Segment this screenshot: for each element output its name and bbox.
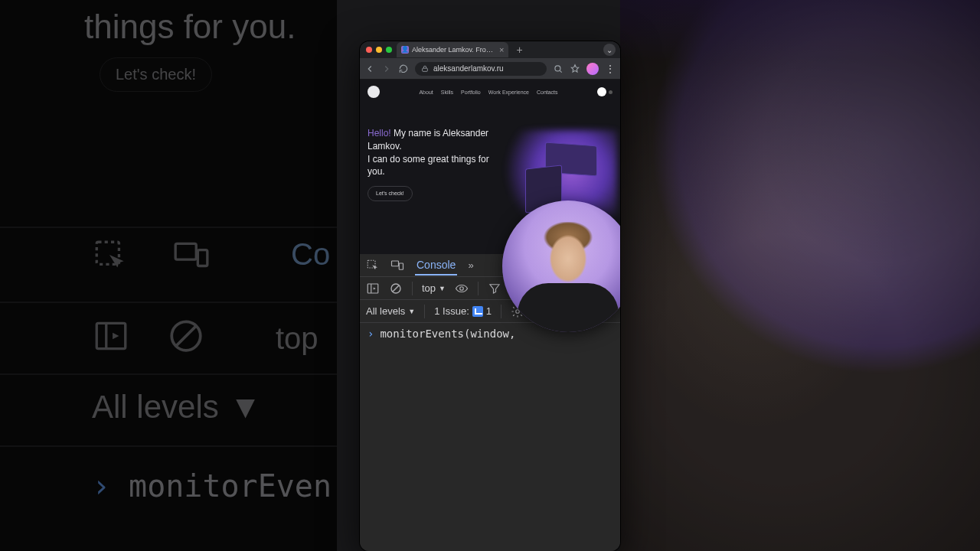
prompt-caret-icon: › <box>368 328 374 340</box>
hero-line2: I can do some great things for you. <box>368 153 502 179</box>
log-levels-selector[interactable]: All levels ▼ <box>366 305 415 317</box>
reload-button[interactable] <box>398 64 409 74</box>
site-logo-icon[interactable] <box>368 86 380 98</box>
browser-toolbar: aleksanderlamkov.ru ⋮ <box>360 58 620 80</box>
nav-portfolio[interactable]: Portfolio <box>461 90 481 95</box>
more-tabs-button[interactable]: » <box>468 259 473 271</box>
separator <box>412 282 413 295</box>
minimize-window-icon[interactable] <box>376 47 382 53</box>
nav-work[interactable]: Work Experience <box>488 90 529 95</box>
theme-toggle[interactable] <box>597 87 612 96</box>
tab-title: Aleksander Lamkov. Frontend <box>412 46 496 54</box>
issue-chip-icon <box>472 306 483 317</box>
device-toolbar-button[interactable] <box>390 259 404 272</box>
close-window-icon[interactable] <box>366 47 372 53</box>
hero-cta-button[interactable]: Let's check! <box>368 186 413 201</box>
svg-point-12 <box>460 286 464 290</box>
inspect-element-button[interactable] <box>366 259 380 272</box>
hero-text: Hello! My name is Aleksander Lamkov. I c… <box>368 127 502 201</box>
svg-rect-9 <box>399 263 403 269</box>
tab-strip: 👤 Aleksander Lamkov. Frontend × + ⌄ <box>360 41 620 58</box>
chevron-down-icon: ▼ <box>408 308 415 315</box>
forward-button[interactable] <box>381 64 392 74</box>
nav-contacts[interactable]: Contacts <box>537 90 558 95</box>
clear-console-button[interactable] <box>389 282 403 295</box>
svg-rect-10 <box>368 284 378 293</box>
address-bar[interactable]: aleksanderlamkov.ru <box>415 62 547 76</box>
chevron-down-icon: ▼ <box>439 285 446 292</box>
bookmark-icon[interactable] <box>570 64 580 74</box>
theme-knob-icon <box>597 87 606 96</box>
live-expression-button[interactable] <box>455 282 469 295</box>
close-tab-icon[interactable]: × <box>499 46 504 54</box>
favicon-icon: 👤 <box>401 46 409 54</box>
issues-count: 1 <box>486 305 492 317</box>
separator <box>478 282 479 295</box>
theme-trail-icon <box>609 90 612 94</box>
tab-console[interactable]: Console <box>415 255 457 276</box>
back-button[interactable] <box>364 64 375 74</box>
svg-point-6 <box>555 65 560 70</box>
hero-section: Hello! My name is Aleksander Lamkov. I c… <box>360 104 620 201</box>
separator <box>424 305 425 318</box>
context-label: top <box>422 282 436 294</box>
search-icon[interactable] <box>553 64 564 74</box>
levels-label: All levels <box>366 305 405 317</box>
site-header: About Skills Portfolio Work Experience C… <box>360 80 620 104</box>
bg-left-col: things for you. Let's check! Co top All … <box>0 0 337 551</box>
new-tab-button[interactable]: + <box>513 44 525 56</box>
site-nav-links: About Skills Portfolio Work Experience C… <box>419 90 557 95</box>
nav-about[interactable]: About <box>419 90 433 95</box>
url-text: aleksanderlamkov.ru <box>433 64 504 73</box>
issues-label: 1 Issue: <box>434 305 469 317</box>
context-selector[interactable]: top ▼ <box>422 282 446 294</box>
separator <box>501 305 501 318</box>
svg-rect-5 <box>423 68 428 71</box>
toggle-sidebar-button[interactable] <box>366 282 380 295</box>
svg-rect-8 <box>392 261 399 266</box>
bg-shade <box>620 0 980 551</box>
browser-tab[interactable]: 👤 Aleksander Lamkov. Frontend × <box>397 42 508 57</box>
browser-menu-button[interactable]: ⋮ <box>605 63 616 75</box>
bg-right-col <box>620 0 980 551</box>
window-controls[interactable] <box>366 47 392 53</box>
console-input-text: monitorEvents(window, <box>380 328 515 340</box>
nav-skills[interactable]: Skills <box>441 90 453 95</box>
profile-avatar[interactable] <box>586 63 599 75</box>
browser-window: 👤 Aleksander Lamkov. Frontend × + ⌄ alek… <box>360 41 620 551</box>
maximize-window-icon[interactable] <box>386 47 392 53</box>
filter-icon[interactable] <box>488 282 501 295</box>
site-info-icon[interactable] <box>421 65 429 73</box>
tabs-dropdown-button[interactable]: ⌄ <box>603 44 616 56</box>
hero-hello: Hello! <box>368 128 391 139</box>
bg-shade <box>0 0 337 551</box>
issues-indicator[interactable]: 1 Issue: 1 <box>434 305 492 317</box>
